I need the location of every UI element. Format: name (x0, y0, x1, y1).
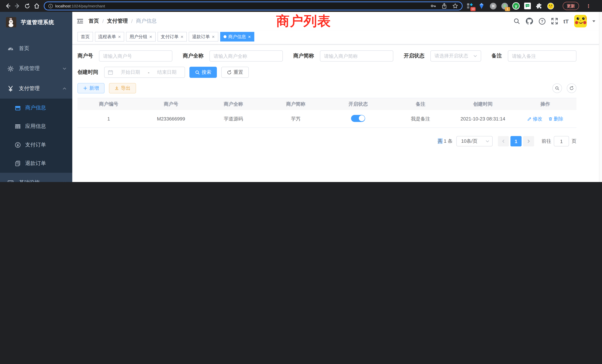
page-content: 商户号 商户全称 商户简称 开启状态 请选择开启状态 备注 (72, 44, 602, 182)
tab-flow-form[interactable]: 流程表单✕ (95, 32, 124, 42)
sidebar: 芋道管理系统 首页 系统管理 支付管理 (0, 12, 72, 182)
refresh-icon (227, 70, 232, 75)
reload-icon (25, 3, 29, 8)
browser-home-button[interactable] (32, 1, 42, 11)
status-toggle-on[interactable] (351, 115, 365, 122)
search-icon (555, 86, 559, 90)
fullscreen-icon[interactable] (551, 18, 558, 24)
site-info-icon[interactable] (48, 3, 53, 8)
next-page-button[interactable] (523, 136, 534, 146)
chevron-down-icon (63, 67, 66, 70)
sidebar-item-merchant-info[interactable]: 商户信息 (0, 99, 72, 117)
sidebar-item-pay[interactable]: 支付管理 (0, 79, 72, 99)
table-search-toggle-button[interactable] (552, 83, 562, 93)
extension-profile-icon[interactable]: 1 (501, 2, 508, 10)
pagination: 共 1 条 10条/页 1 (77, 136, 576, 146)
short-name-input[interactable] (320, 50, 393, 62)
header-search-icon[interactable] (513, 18, 520, 24)
page-number-1[interactable]: 1 (510, 136, 522, 146)
tab-user-group[interactable]: 用户分组✕ (126, 32, 156, 42)
extension-yudao-icon[interactable]: y (512, 2, 520, 10)
trash-icon (548, 117, 552, 121)
extension-grid-icon[interactable]: 10 (466, 2, 474, 10)
sidebar-item-label: 退款订单 (25, 160, 46, 167)
cell-full-name: 芋道源码 (202, 116, 265, 122)
github-icon[interactable] (526, 17, 533, 25)
export-button[interactable]: 导出 (109, 83, 136, 93)
breadcrumb-pay[interactable]: 支付管理 (107, 18, 128, 24)
tab-close-icon[interactable]: ✕ (118, 35, 121, 39)
search-icon (195, 70, 200, 75)
tab-pay-order[interactable]: 支付订单✕ (158, 32, 187, 42)
page-size-select[interactable]: 10条/页 (456, 136, 493, 146)
add-button[interactable]: 新增 (77, 83, 105, 93)
pencil-icon (527, 117, 532, 121)
extension-chat-icon[interactable] (524, 2, 531, 10)
tab-close-icon[interactable]: ✕ (212, 35, 215, 39)
delete-link[interactable]: 删除 (548, 116, 563, 122)
tab-close-icon[interactable]: ✕ (149, 35, 152, 39)
full-name-input[interactable] (209, 50, 283, 62)
sidebar-item-refund-orders[interactable]: 退款订单 (0, 154, 72, 173)
end-date-placeholder: 结束日期 (152, 69, 181, 76)
address-bar[interactable]: localhost:1024/pay/merchant (44, 1, 463, 10)
sidebar-fold-icon[interactable] (77, 18, 83, 24)
remark-input[interactable] (508, 50, 576, 62)
search-button[interactable]: 搜索 (189, 67, 217, 78)
sidebar-item-label: 首页 (19, 45, 29, 52)
reset-button[interactable]: 重置 (221, 67, 249, 78)
status-select[interactable]: 请选择开启状态 (430, 50, 481, 62)
user-avatar-pikachu[interactable] (574, 15, 587, 27)
browser-menu-kebab-icon[interactable]: ⋮ (586, 3, 591, 9)
remark-label: 备注 (492, 53, 502, 59)
tab-close-icon[interactable]: ✕ (181, 35, 184, 39)
sidebar-item-label: 支付管理 (19, 85, 40, 92)
merchant-no-input[interactable] (99, 50, 172, 62)
sidebar-logo-row[interactable]: 芋道管理系统 (0, 12, 72, 33)
extension-smiley-icon[interactable] (547, 2, 554, 10)
extension-gem-icon[interactable] (478, 2, 485, 10)
tab-close-icon[interactable]: ✕ (248, 35, 251, 39)
tab-refund-order[interactable]: 退款订单✕ (189, 32, 218, 42)
breadcrumb-home[interactable]: 首页 (89, 18, 99, 24)
app-logo-rabbit (6, 17, 16, 27)
goto-page-input[interactable] (554, 136, 569, 146)
sidebar-item-pay-orders[interactable]: 支付订单 (0, 136, 72, 154)
bookmark-star-icon[interactable] (452, 3, 458, 9)
share-icon[interactable] (441, 3, 447, 9)
start-date-placeholder: 开始日期 (116, 69, 145, 76)
prev-page-button[interactable] (498, 136, 509, 146)
sidebar-item-label: 应用信息 (25, 123, 46, 130)
extensions-puzzle-icon[interactable] (535, 2, 543, 10)
topbar-actions: ? tT (513, 15, 595, 27)
sidebar-item-home[interactable]: 首页 (0, 39, 72, 59)
tab-home[interactable]: 首页 (77, 32, 93, 42)
edit-link[interactable]: 修改 (527, 116, 542, 122)
browser-update-button[interactable]: 更新 (563, 2, 579, 10)
dashboard-icon (7, 45, 14, 52)
sidebar-item-infra[interactable]: 基础设施 (0, 173, 72, 182)
calendar-icon (108, 70, 113, 75)
browser-reload-button[interactable] (22, 1, 32, 11)
tab-merchant-info-active[interactable]: 商户信息✕ (220, 32, 254, 42)
browser-forward-button[interactable] (13, 1, 22, 11)
page-scrollbar[interactable] (599, 12, 602, 182)
sidebar-item-system[interactable]: 系统管理 (0, 59, 72, 79)
annotation-title: 商户列表 (276, 12, 331, 30)
font-size-icon[interactable]: tT (563, 18, 569, 24)
svg-text:⌘: ⌘ (491, 4, 495, 8)
help-icon[interactable]: ? (539, 18, 546, 25)
avatar-caret-down-icon[interactable] (592, 20, 595, 22)
goto-suffix-label: 页 (572, 138, 576, 145)
sidebar-submenu-pay: 商户信息 应用信息 支付订单 退款订单 (0, 99, 72, 173)
password-key-icon[interactable] (430, 3, 436, 9)
table-refresh-button[interactable] (567, 83, 576, 93)
short-name-label: 商户简称 (293, 53, 314, 59)
sidebar-item-app-info[interactable]: 应用信息 (0, 117, 72, 136)
extension-command-icon[interactable]: ⌘ (489, 2, 497, 10)
back-arrow-icon (7, 4, 10, 8)
create-time-range-picker[interactable]: 开始日期 - 结束日期 (104, 67, 185, 78)
svg-text:y: y (515, 4, 517, 8)
svg-text:?: ? (541, 19, 543, 23)
browser-back-button[interactable] (3, 1, 13, 11)
